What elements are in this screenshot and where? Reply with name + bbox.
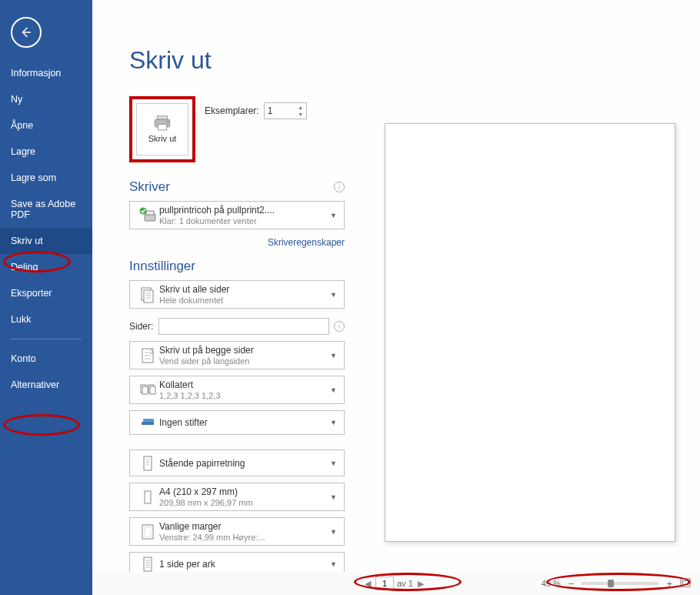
printer-dropdown[interactable]: pullprintricoh på pullprint2.... Klar: 1…	[129, 201, 345, 229]
chevron-down-icon: ▼	[330, 460, 338, 467]
margins-icon	[136, 523, 159, 541]
zoom-out-button[interactable]: −	[565, 578, 578, 590]
sidebar-item-close[interactable]: Lukk	[0, 306, 92, 333]
chevron-down-icon: ▼	[330, 386, 338, 394]
svg-rect-21	[142, 422, 154, 425]
chevron-down-icon: ▼	[330, 419, 338, 426]
pages-per-sheet-icon	[136, 555, 159, 573]
printer-icon	[152, 115, 172, 131]
svg-rect-12	[144, 290, 153, 303]
printer-status-icon	[136, 206, 159, 225]
page-total-label: av 1	[397, 579, 413, 588]
duplex-dropdown[interactable]: Skriv ut på begge sider Vend sider på la…	[129, 341, 345, 369]
sidebar-separator	[11, 339, 82, 339]
copies-spinner[interactable]: 1 ▲▼	[264, 102, 307, 119]
svg-rect-36	[683, 580, 688, 584]
svg-rect-22	[143, 419, 154, 422]
highlight-ellipse-options	[3, 414, 80, 436]
back-arrow-icon	[19, 25, 33, 39]
chevron-down-icon: ▼	[330, 291, 338, 299]
spinner-up-icon[interactable]: ▲	[297, 104, 305, 111]
printer-heading: Skriver	[129, 179, 170, 195]
printer-properties-link[interactable]: Skriveregenskaper	[129, 237, 345, 248]
print-range-dropdown[interactable]: Skriv ut alle sider Hele dokumentet ▼	[129, 280, 345, 309]
chevron-down-icon: ▼	[330, 493, 338, 501]
page-number-input[interactable]	[375, 577, 394, 590]
svg-rect-35	[681, 579, 690, 587]
pages-icon	[136, 286, 159, 304]
backstage-sidebar: Informasjon Ny Åpne Lagre Lagre som Save…	[0, 0, 92, 595]
footer-bar: ◀ av 1 ▶ 49 % − +	[92, 572, 700, 595]
print-button-label: Skriv ut	[148, 134, 177, 143]
page-title: Skriv ut	[129, 46, 345, 75]
copies-value: 1	[268, 105, 273, 116]
orientation-dropdown[interactable]: Stående papirretning ▼	[129, 450, 345, 476]
settings-heading: Innstillinger	[129, 259, 195, 274]
orientation-portrait-icon	[136, 454, 159, 473]
svg-rect-27	[145, 491, 151, 503]
back-button[interactable]	[11, 17, 42, 48]
sidebar-item-information[interactable]: Informasjon	[0, 60, 92, 86]
svg-rect-20	[150, 386, 155, 394]
staple-dropdown[interactable]: Ingen stifter ▼	[129, 410, 345, 435]
collate-icon	[136, 381, 159, 399]
copies-label: Eksemplarer:	[205, 105, 259, 116]
svg-rect-18	[142, 386, 148, 394]
prev-page-button[interactable]: ◀	[363, 579, 372, 589]
paper-size-dropdown[interactable]: A4 (210 x 297 mm) 209,98 mm x 296,97 mm …	[129, 483, 345, 511]
pages-info-icon[interactable]: i	[334, 321, 345, 332]
main-panel: Skriv ut Skriv ut Eksemplarer	[92, 0, 700, 595]
sidebar-item-print[interactable]: Skriv ut	[0, 228, 92, 254]
pages-label: Sider:	[129, 321, 154, 332]
sidebar-item-new[interactable]: Ny	[0, 86, 92, 112]
page-navigation: ◀ av 1 ▶	[363, 577, 425, 590]
sidebar-item-options[interactable]: Alternativer	[0, 372, 92, 398]
zoom-in-button[interactable]: +	[663, 578, 675, 590]
preview-page	[385, 123, 675, 542]
printer-status: Klar: 1 dokumenter venter	[159, 216, 330, 226]
svg-rect-6	[158, 125, 166, 130]
sidebar-item-account[interactable]: Konto	[0, 346, 92, 372]
sidebar-item-open[interactable]: Åpne	[0, 112, 92, 139]
svg-rect-10	[146, 211, 154, 215]
next-page-button[interactable]: ▶	[416, 579, 425, 589]
svg-point-7	[167, 121, 168, 122]
sidebar-item-save-as-pdf[interactable]: Save as Adobe PDF	[0, 191, 92, 228]
spinner-down-icon[interactable]: ▼	[297, 111, 305, 118]
margins-dropdown[interactable]: Vanlige marger Venstre: 24,99 mm Høyre:.…	[129, 517, 345, 546]
zoom-slider-thumb[interactable]	[608, 580, 614, 587]
zoom-slider[interactable]	[582, 582, 658, 585]
duplex-icon	[136, 346, 159, 365]
pages-input[interactable]	[158, 318, 329, 335]
chevron-down-icon: ▼	[330, 528, 338, 536]
sidebar-item-save-as[interactable]: Lagre som	[0, 165, 92, 191]
svg-rect-23	[144, 456, 152, 470]
svg-rect-30	[144, 557, 152, 571]
chevron-down-icon: ▼	[330, 560, 338, 568]
stapler-icon	[136, 413, 159, 432]
svg-rect-4	[158, 115, 168, 119]
highlight-print-button: Skriv ut	[129, 96, 195, 162]
sidebar-item-export[interactable]: Eksporter	[0, 280, 92, 306]
sidebar-item-save[interactable]: Lagre	[0, 139, 92, 165]
printer-name: pullprintricoh på pullprint2....	[159, 205, 330, 216]
sidebar-item-share[interactable]: Deling	[0, 254, 92, 280]
chevron-down-icon: ▼	[330, 212, 338, 219]
printer-info-icon[interactable]: i	[334, 182, 345, 192]
print-settings-panel: Skriv ut Skriv ut Eksemplarer	[129, 46, 345, 595]
print-preview-panel	[345, 46, 700, 595]
print-button[interactable]: Skriv ut	[136, 103, 188, 155]
zoom-value: 49 %	[542, 579, 561, 588]
collate-dropdown[interactable]: Kollatert 1,2,3 1,2,3 1,2,3 ▼	[129, 376, 345, 404]
chevron-down-icon: ▼	[330, 352, 338, 359]
paper-size-icon	[136, 488, 159, 506]
zoom-fit-button[interactable]	[680, 578, 691, 589]
